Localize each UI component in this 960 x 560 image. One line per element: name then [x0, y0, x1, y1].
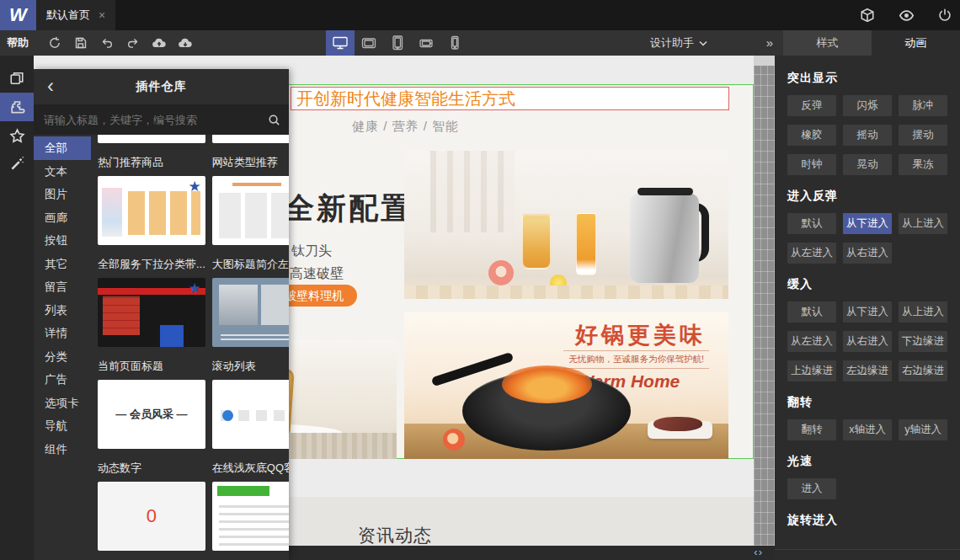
plugin-item: 页眉2	[212, 551, 289, 560]
back-icon[interactable]: ‹	[47, 72, 54, 99]
animation-effect-button[interactable]: 默认	[787, 213, 836, 234]
redo-icon[interactable]	[125, 35, 141, 51]
star-badge-icon[interactable]: ★	[189, 178, 201, 195]
plugin-item-thumbnail[interactable]: — 会员风采 —	[98, 380, 205, 449]
page-tab[interactable]: 默认首页 ×	[36, 0, 115, 30]
animation-section: 光速 进入	[787, 454, 947, 499]
wok-banner-image[interactable]: 好锅更美味 无忧购物，至诚服务为你保驾护航! Warm Home	[404, 312, 728, 459]
eye-icon[interactable]	[898, 7, 915, 24]
partial-thumb[interactable]	[212, 135, 289, 143]
animation-effect-button[interactable]: 果冻	[899, 154, 947, 175]
plugin-category-item[interactable]: 分类	[34, 345, 91, 369]
tab-animation[interactable]: 动画	[872, 30, 960, 56]
plugin-category-item[interactable]: 导航	[34, 414, 91, 438]
expand-icon[interactable]: »	[766, 30, 773, 56]
plugin-panel-title: 插件仓库	[136, 79, 187, 94]
animation-effect-button[interactable]: 从上进入	[899, 301, 947, 323]
plugin-item-thumbnail[interactable]: ★	[212, 176, 289, 245]
cloud-download-icon[interactable]	[177, 35, 194, 51]
plugin-category-item[interactable]: 文本	[34, 160, 91, 184]
hero-title-element[interactable]: 开创新时代健康智能生活方式	[291, 87, 729, 110]
animation-effect-button[interactable]: 摆动	[899, 125, 947, 146]
plugin-item-thumbnail[interactable]	[212, 482, 289, 551]
animation-effect-button[interactable]: 左边缘进	[843, 360, 892, 381]
design-assistant-label: 设计助手	[650, 35, 694, 51]
animation-effect-button[interactable]: 从左进入	[787, 243, 836, 264]
animation-effect-button[interactable]: 从右进入	[843, 331, 892, 352]
puzzle-icon[interactable]	[0, 93, 34, 121]
animation-section: 翻转 翻转x轴进入y轴进入	[787, 395, 947, 440]
save-icon[interactable]	[72, 35, 89, 51]
plugin-category-item[interactable]: 详情	[34, 322, 91, 345]
plugin-item-thumbnail[interactable]: ★	[98, 176, 205, 245]
animation-effect-button[interactable]: 从上进入	[899, 213, 947, 234]
animation-effect-button[interactable]: 从下进入	[843, 301, 892, 323]
plugin-item: 网站类型推荐 ★	[212, 143, 289, 245]
animation-effect-button[interactable]: 进入	[787, 478, 836, 499]
plugin-category-item[interactable]: 选项卡	[34, 392, 91, 415]
toolbar: 帮助	[0, 30, 960, 56]
animation-effect-button[interactable]: y轴进入	[899, 419, 947, 440]
animation-effect-button[interactable]: 晃动	[843, 154, 892, 175]
tablet-landscape-icon[interactable]	[355, 30, 383, 56]
animation-effect-button[interactable]: 脉冲	[899, 95, 947, 116]
phone-landscape-icon[interactable]	[412, 30, 440, 56]
tab-close-icon[interactable]: ×	[99, 8, 105, 22]
plugin-category-item[interactable]: 广告	[34, 368, 91, 392]
tab-style[interactable]: 样式	[783, 30, 872, 56]
plugin-category-item[interactable]: 其它	[34, 253, 91, 276]
animation-effect-button[interactable]: 默认	[787, 301, 836, 323]
animation-effect-button[interactable]: 闪烁	[843, 95, 892, 116]
animation-effect-button[interactable]: 从右进入	[843, 243, 892, 264]
animation-effect-button[interactable]: 时钟	[787, 154, 836, 175]
plugin-item-thumbnail[interactable]: 0	[98, 482, 205, 551]
app-logo[interactable]: W	[0, 0, 36, 30]
animation-effect-button[interactable]: 上边缘进	[787, 360, 836, 381]
phone-portrait-icon[interactable]	[440, 30, 469, 56]
plugin-category-item[interactable]: 画廊	[34, 206, 91, 230]
cloud-upload-icon[interactable]	[151, 35, 168, 51]
monitor-icon[interactable]	[326, 30, 355, 56]
plugin-category-item[interactable]: 组件	[34, 438, 91, 461]
pages-icon[interactable]	[0, 64, 34, 93]
topbar-actions	[859, 0, 953, 30]
animation-effect-button[interactable]: 下边缘进	[899, 331, 947, 352]
plugin-items-grid: 热门推荐商品 ★ 网站类型推荐 ★ 全部服务下拉分类带... ★ 大图标题简介左…	[91, 135, 289, 560]
tablet-portrait-icon[interactable]	[383, 30, 412, 56]
kettle-product-image[interactable]	[404, 151, 728, 299]
canvas-minimap-scrollbar[interactable]	[754, 56, 775, 546]
plugin-category-item[interactable]: 按钮	[34, 229, 91, 253]
help-button[interactable]: 帮助	[7, 30, 29, 56]
plugin-item-thumbnail[interactable]	[212, 278, 289, 347]
animation-effect-button[interactable]: 从左进入	[787, 331, 836, 352]
magic-wand-icon[interactable]	[0, 150, 34, 179]
animation-effect-button[interactable]: 橡胶	[787, 125, 836, 146]
plugin-item-label: 热门推荐商品	[98, 155, 205, 170]
animation-effect-button[interactable]: 从下进入	[843, 213, 892, 234]
plugin-category-item[interactable]: 图片	[34, 183, 91, 206]
plugin-item-thumbnail[interactable]: ★	[212, 380, 289, 449]
animation-effect-button[interactable]: x轴进入	[843, 419, 892, 440]
refresh-icon[interactable]	[46, 35, 63, 51]
thumbnail-text: 0	[98, 482, 205, 551]
cube-icon[interactable]	[859, 7, 876, 24]
search-icon[interactable]	[268, 114, 280, 126]
plugin-category-item[interactable]: 留言	[34, 275, 91, 299]
animation-effect-button[interactable]: 右边缘进	[899, 360, 947, 381]
partial-thumb[interactable]	[98, 135, 205, 143]
star-badge-icon[interactable]: ★	[189, 280, 201, 297]
undo-icon[interactable]	[99, 35, 115, 51]
animation-effect-button[interactable]: 摇动	[843, 125, 892, 146]
animation-effect-button[interactable]: 反弹	[787, 95, 836, 116]
plugin-search-input[interactable]	[42, 113, 263, 127]
caret-down-icon	[699, 40, 707, 46]
animation-panel: 突出显示 反弹闪烁脉冲橡胶摇动摆动时钟晃动果冻 进入反弹 默认从下进入从上进入从…	[775, 56, 960, 560]
code-view-icon[interactable]: ‹›	[754, 546, 763, 558]
design-assistant-dropdown[interactable]: 设计助手	[650, 30, 707, 56]
power-icon[interactable]	[936, 7, 953, 24]
star-icon[interactable]	[0, 121, 34, 150]
plugin-category-item[interactable]: 列表	[34, 299, 91, 323]
plugin-item-thumbnail[interactable]: ★	[98, 278, 205, 347]
animation-effect-button[interactable]: 翻转	[787, 419, 836, 440]
plugin-category-item[interactable]: 全部	[34, 136, 91, 160]
